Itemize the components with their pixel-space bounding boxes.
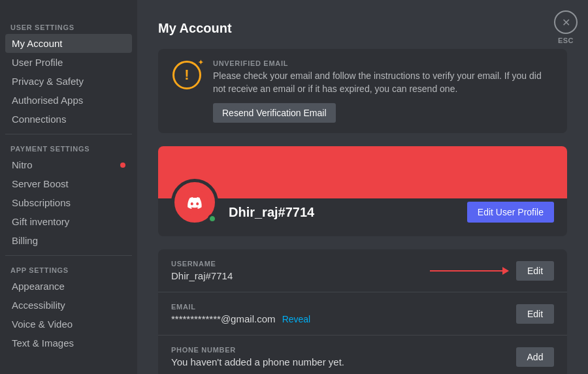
sidebar-item-label: Server Boost [12, 178, 69, 189]
sidebar-divider [5, 134, 132, 134]
sidebar-item-label: Billing [12, 235, 38, 246]
sidebar-item-voice-video[interactable]: Voice & Video [5, 315, 132, 334]
sidebar-item-subscriptions[interactable]: Subscriptions [5, 193, 132, 212]
sidebar-item-my-account[interactable]: My Account [5, 34, 132, 53]
username-edit-button[interactable]: Edit [516, 261, 554, 281]
sidebar-item-label: Gift inventory [12, 216, 69, 227]
sidebar-item-label: Subscriptions [12, 197, 71, 208]
email-value: *************@gmail.com Reveal [171, 313, 516, 324]
sidebar-item-label: Connections [12, 114, 66, 125]
unverified-email-banner: ! ✦ UNVERIFIED EMAIL Please check your e… [158, 49, 567, 133]
sidebar-item-nitro[interactable]: Nitro [5, 155, 132, 174]
sidebar-item-label: Voice & Video [12, 319, 73, 330]
sidebar-section-label: User Settings [5, 18, 132, 34]
arrow-decoration [430, 270, 508, 272]
sidebar-item-connections[interactable]: Connections [5, 110, 132, 129]
avatar-wrapper [171, 179, 218, 226]
phone-field-row: PHONE NUMBER You haven't added a phone n… [158, 335, 567, 374]
main-content: My Account ✕ ESC ! ✦ UNVERIFIED EMAIL Pl… [137, 0, 588, 374]
edit-profile-button[interactable]: Edit User Profile [467, 202, 554, 223]
esc-button[interactable]: ✕ ESC [554, 10, 578, 44]
sidebar-divider [5, 255, 132, 256]
sidebar-item-appearance[interactable]: Appearance [5, 277, 132, 296]
sidebar: User SettingsMy AccountUser ProfilePriva… [0, 0, 137, 374]
sidebar-item-billing[interactable]: Billing [5, 231, 132, 250]
profile-username: Dhir_raj#7714 [229, 205, 467, 220]
profile-info-row: Dhir_raj#7714 Edit User Profile [158, 179, 567, 236]
phone-label: PHONE NUMBER [171, 346, 516, 354]
esc-label: ESC [558, 37, 574, 44]
sidebar-item-label: My Account [12, 38, 63, 49]
sidebar-item-user-profile[interactable]: User Profile [5, 53, 132, 72]
email-field-row: EMAIL *************@gmail.com Reveal Edi… [158, 292, 567, 335]
phone-add-button[interactable]: Add [516, 347, 554, 367]
sidebar-item-label: Nitro [12, 159, 33, 170]
reveal-email-link[interactable]: Reveal [282, 314, 311, 324]
page-title: My Account [158, 21, 567, 36]
discord-logo-icon [182, 189, 208, 215]
avatar-status-indicator [208, 214, 217, 223]
sidebar-item-server-boost[interactable]: Server Boost [5, 174, 132, 193]
username-label: USERNAME [171, 260, 516, 268]
sidebar-item-label: User Profile [12, 57, 63, 68]
email-edit-button[interactable]: Edit [516, 304, 554, 324]
sidebar-item-text-images[interactable]: Text & Images [5, 334, 132, 352]
sidebar-item-privacy-safety[interactable]: Privacy & Safety [5, 72, 132, 91]
sidebar-section-label: App Settings [5, 261, 132, 277]
sidebar-item-label: Authorised Apps [12, 95, 83, 106]
sidebar-item-authorised-apps[interactable]: Authorised Apps [5, 91, 132, 110]
email-banner-content: UNVERIFIED EMAIL Please check your email… [213, 59, 554, 123]
sidebar-item-label: Privacy & Safety [12, 76, 84, 87]
sidebar-section-label: Payment Settings [5, 140, 132, 155]
sidebar-item-label: Text & Images [12, 337, 74, 349]
email-label: EMAIL [171, 303, 516, 311]
sidebar-item-label: Appearance [12, 281, 65, 292]
sidebar-item-accessibility[interactable]: Accessibility [5, 296, 132, 315]
profile-card: Dhir_raj#7714 Edit User Profile [158, 146, 567, 236]
phone-value: You haven't added a phone number yet. [171, 356, 516, 367]
username-field-row: USERNAME Dhir_raj#7714 Edit [158, 249, 567, 292]
username-value: Dhir_raj#7714 [171, 270, 516, 281]
warning-icon: ! ✦ [171, 59, 203, 91]
sidebar-item-label: Accessibility [12, 300, 65, 311]
sidebar-item-badge [120, 163, 125, 168]
email-banner-text: Please check your email and follow the i… [213, 70, 554, 95]
resend-verification-button[interactable]: Resend Verification Email [213, 103, 336, 123]
esc-circle-icon: ✕ [554, 10, 578, 34]
email-banner-label: UNVERIFIED EMAIL [213, 59, 554, 67]
sidebar-item-gift-inventory[interactable]: Gift inventory [5, 212, 132, 231]
account-fields: USERNAME Dhir_raj#7714 Edit EMAIL ******… [158, 249, 567, 374]
